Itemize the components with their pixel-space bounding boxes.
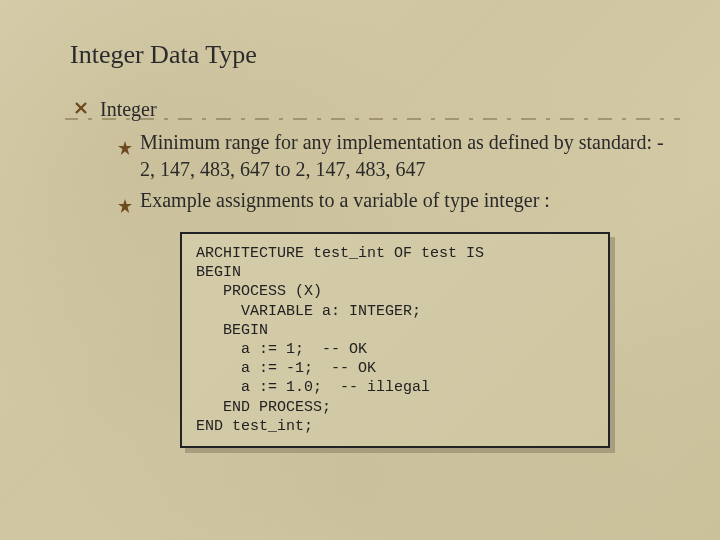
code-block: ARCHITECTURE test_int OF test IS BEGIN P… <box>180 232 610 448</box>
slide: Integer Data Type Integer Minimum range … <box>0 0 720 540</box>
bullet-l1-text: Integer <box>100 98 157 120</box>
code-block-container: ARCHITECTURE test_int OF test IS BEGIN P… <box>180 232 610 448</box>
bullet-l2a-text: Minimum range for any implementation as … <box>140 131 664 180</box>
star-icon <box>118 193 132 207</box>
bullet-level1: Integer <box>82 98 670 121</box>
bullet-l2b-text: Example assignments to a variable of typ… <box>140 189 550 211</box>
svg-marker-2 <box>118 141 132 155</box>
svg-marker-3 <box>118 199 132 213</box>
slide-title: Integer Data Type <box>70 40 670 70</box>
bullet-level2: Example assignments to a variable of typ… <box>118 187 670 214</box>
code-text: ARCHITECTURE test_int OF test IS BEGIN P… <box>196 244 594 436</box>
cross-stitch-icon <box>74 101 88 115</box>
bullet-level2: Minimum range for any implementation as … <box>118 129 670 183</box>
star-icon <box>118 135 132 149</box>
